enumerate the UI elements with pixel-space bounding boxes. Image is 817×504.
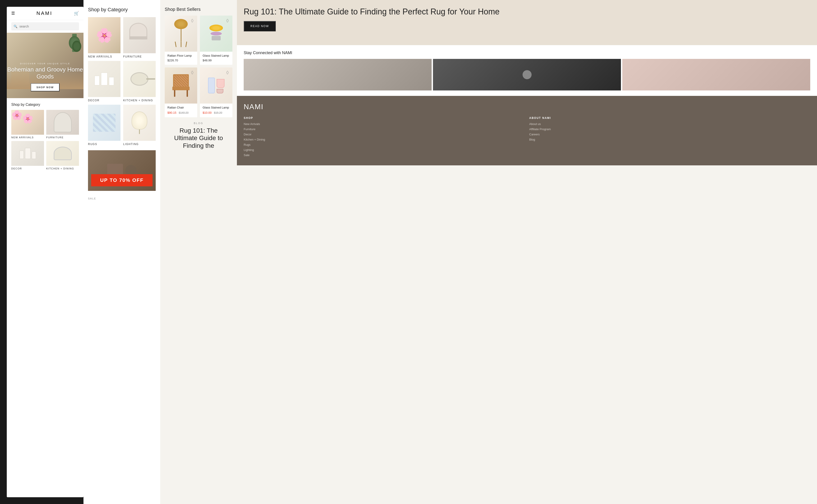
mobile-header: ☰ NAMI 🛒 <box>7 7 83 20</box>
chair-shape-visual <box>171 74 191 97</box>
lamp-middle <box>211 32 222 35</box>
bookmark-icon[interactable]: 〈〉 <box>189 69 195 76</box>
product-card-rattan-chair[interactable]: 〈〉 Rattan Chair $90.15 $140.20 <box>165 67 197 117</box>
bookmark-icon[interactable]: 〈〉 <box>224 17 231 24</box>
sale-price: $90.15 <box>167 111 176 114</box>
lamp-pole <box>181 29 181 42</box>
list-item[interactable]: RUGS <box>88 105 120 146</box>
list-item[interactable]: 🌸 NEW ARRIVALS <box>11 110 44 139</box>
list-item[interactable]: 🌸 NEW ARRIVALS <box>88 17 120 58</box>
chair-back <box>173 74 189 88</box>
product-name: Glass Stained Lamp <box>203 106 230 110</box>
blog-label: BLOG <box>169 122 228 125</box>
social-section: Stay Connected with NAMI <box>237 45 817 96</box>
search-input[interactable] <box>11 22 79 30</box>
glass-small <box>217 89 223 93</box>
kitchen-image-big <box>123 61 156 97</box>
decor-cat-label: DECOR <box>88 99 120 102</box>
product-info: Glass Stained Lamp $10.00 $15.20 <box>200 104 232 117</box>
rugs-cat-label: RUGS <box>88 143 120 146</box>
hamburger-icon[interactable]: ☰ <box>11 11 15 16</box>
pan-visual <box>128 70 151 88</box>
glass-cup <box>217 79 225 88</box>
new-arrivals-image-big: 🌸 <box>88 17 120 53</box>
lamp-visual <box>132 111 147 134</box>
chair-seat-shape <box>129 36 147 39</box>
footer-link-careers[interactable]: Careers <box>529 133 810 136</box>
new-arrivals-label: NEW ARRIVALS <box>11 136 44 139</box>
footer-link-blog[interactable]: Blog <box>529 138 810 141</box>
lighting-image-big <box>123 105 156 141</box>
mobile-categories-grid: 🌸 NEW ARRIVALS FURNITURE DECOR <box>11 110 79 170</box>
cart-icon[interactable]: 🛒 <box>74 11 79 16</box>
rugs-image-big <box>88 105 120 141</box>
furniture-label: FURNITURE <box>46 136 79 139</box>
social-image-3[interactable] <box>622 59 810 90</box>
list-item[interactable]: DECOR <box>11 141 44 170</box>
original-price: $140.20 <box>179 111 188 114</box>
list-item[interactable]: KITCHEN + DINING <box>123 61 156 102</box>
mobile-hero: DISCOVER YOUR UNIQUE STYLE Bohemian and … <box>7 33 83 98</box>
chair-decoration <box>54 112 72 132</box>
decor-image <box>11 141 44 166</box>
products-header-title: Shop Best Sellers <box>165 0 232 16</box>
footer-link-kitchen[interactable]: Kitchen + Dining <box>244 138 525 141</box>
footer-columns: SHOP New Arrivals Furniture Decor Kitche… <box>244 116 810 159</box>
sale-banner[interactable]: UP TO 70% OFF <box>88 150 156 191</box>
social-image-1[interactable] <box>244 59 432 90</box>
product-card-glass-stained[interactable]: 〈〉 Glass Stained Lamp $10.00 $15.20 <box>200 67 232 117</box>
footer-about-column: ABOUT NAMI About us Affiliate Program Ca… <box>529 116 810 159</box>
decor-img-box <box>88 61 120 97</box>
footer-link-sale[interactable]: Sale <box>244 153 525 157</box>
footer-link-lighting[interactable]: Lighting <box>244 148 525 152</box>
product-info: Rattan Floor Lamp $226.70 <box>165 52 197 65</box>
blog-panel: Rug 101: The Ultimate Guide to Finding t… <box>237 0 817 504</box>
mobile-search-bar: 🔍 <box>7 20 83 33</box>
product-card-rattan-floor-lamp[interactable]: 〈〉 Rattan Floor Lamp $226.70 <box>165 16 197 65</box>
list-item[interactable]: LIGHTING <box>123 105 156 146</box>
chair-leg-left <box>174 90 175 97</box>
sale-label: SALE <box>83 195 160 202</box>
social-image-2[interactable] <box>433 59 621 90</box>
list-item[interactable]: FURNITURE <box>46 110 79 139</box>
footer-link-rugs[interactable]: Rugs <box>244 143 525 146</box>
rattan-floor-lamp-image: 〈〉 <box>165 16 197 52</box>
candles-decoration <box>19 148 36 159</box>
glass-bottle <box>208 78 215 93</box>
bookmark-icon[interactable]: 〈〉 <box>189 17 195 24</box>
footer-link-new-arrivals[interactable]: New Arrivals <box>244 122 525 126</box>
product-price: $226.70 <box>167 59 194 62</box>
hero-cta-button[interactable]: SHOP NOW <box>31 83 60 91</box>
list-item[interactable]: DECOR <box>88 61 120 102</box>
footer-link-furniture[interactable]: Furniture <box>244 127 525 131</box>
footer-link-decor[interactable]: Decor <box>244 133 525 136</box>
hero-title: Bohemian and Groovy Home Goods <box>7 66 83 80</box>
footer-link-about-us[interactable]: About us <box>529 122 810 126</box>
candles-visual-big <box>94 72 114 86</box>
sale-badge-overlay: UP TO 70% OFF <box>88 174 156 186</box>
list-item[interactable]: KITCHEN + DINING <box>46 141 79 170</box>
category-panel: Shop by Category 🌸 NEW ARRIVALS FURNITUR… <box>83 0 160 504</box>
product-info: Glass Stained Lamp $48.99 <box>200 52 232 65</box>
decor-image-big <box>88 61 120 97</box>
read-now-button[interactable]: READ NOW <box>244 21 276 31</box>
new-arrivals-image: 🌸 <box>11 110 44 135</box>
furniture-cat-label: FURNITURE <box>123 55 156 58</box>
social-person-shape <box>523 70 532 79</box>
footer-link-affiliate[interactable]: Affiliate Program <box>529 127 810 131</box>
bookmark-icon[interactable]: 〈〉 <box>224 69 231 76</box>
sale-banner-text: UP TO 70% OFF <box>91 174 153 186</box>
footer-about-title: ABOUT NAMI <box>529 116 810 120</box>
glass-stained-image: 〈〉 <box>200 67 232 104</box>
category-grid: 🌸 NEW ARRIVALS FURNITURE <box>83 17 160 150</box>
chair-seat <box>172 87 190 90</box>
social-images-grid <box>244 59 810 90</box>
hero-text: DISCOVER YOUR UNIQUE STYLE Bohemian and … <box>7 62 83 91</box>
lamp-top <box>209 25 223 31</box>
list-item[interactable]: FURNITURE <box>123 17 156 58</box>
social-title: Stay Connected with NAMI <box>244 51 810 55</box>
glass-items <box>208 78 225 93</box>
product-card-glass-lamp-top[interactable]: 〈〉 Glass Stained Lamp $48.99 <box>200 16 232 65</box>
footer: NAMI SHOP New Arrivals Furniture Decor K… <box>237 96 817 165</box>
new-arrivals-img-box: 🌸 <box>88 17 120 53</box>
